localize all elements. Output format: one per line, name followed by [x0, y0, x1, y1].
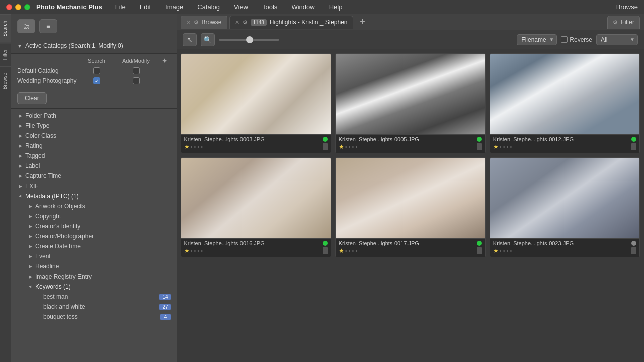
tree-item-8[interactable]: ▼Metadata (IPTC) (1) — [11, 191, 177, 201]
photo-cell-1[interactable]: Kristen_Stephe...ights-0003.JPG★ • • • • — [181, 53, 331, 153]
tree-item-16[interactable]: ▶Image Registry Entry — [11, 272, 177, 282]
tab-close-highlights[interactable]: ✕ — [235, 19, 239, 26]
photo-flag-3[interactable] — [631, 143, 636, 150]
all-select[interactable]: All Tagged Untagged — [596, 34, 638, 45]
catalog-table: Search Add/Modify ✦ Default Catalog — [11, 54, 177, 88]
photo-flag-4[interactable] — [323, 247, 328, 254]
list-view-btn[interactable]: ≡ — [39, 19, 57, 33]
tab-gear-filter[interactable]: ⚙ — [613, 19, 618, 26]
tree-label-14: Event — [35, 253, 171, 260]
menu-window[interactable]: Window — [288, 2, 317, 12]
tree-item-17[interactable]: ▼Keywords (1) — [11, 282, 177, 292]
photo-star-6[interactable]: ★ — [493, 247, 499, 254]
tab-highlights[interactable]: ✕ ⚙ 1148 Highlights - Kristin _ Stephen — [229, 16, 353, 29]
photo-flag-5[interactable] — [477, 247, 482, 254]
photo-star-5[interactable]: ★ — [339, 247, 344, 254]
sidebar-inner: 🗂 ≡ ▼ Active Catalogs (Search:1, Modify:… — [11, 14, 177, 362]
reverse-checkbox[interactable] — [561, 36, 568, 43]
tree-item-19[interactable]: black and white27 — [11, 302, 177, 312]
photo-star-1[interactable]: ★ — [184, 143, 190, 150]
vside-tab-search[interactable]: Search — [0, 14, 11, 43]
clear-button[interactable]: Clear — [17, 92, 47, 104]
photo-star-4[interactable]: ★ — [184, 247, 190, 254]
catalog-row-default: Default Catalog — [11, 66, 177, 76]
tree-item-7[interactable]: ▶EXIF — [11, 181, 177, 191]
tree-item-4[interactable]: ▶Tagged — [11, 151, 177, 161]
cursor-tool-btn[interactable]: ↖ — [183, 33, 197, 46]
tab-browse[interactable]: ✕ ⚙ Browse — [181, 16, 227, 29]
photo-cell-5[interactable]: Kristen_Stephe...ights-0017.JPG★ • • • • — [335, 157, 486, 257]
tree-item-10[interactable]: ▶Copyright — [11, 211, 177, 221]
photo-cell-2[interactable]: Kristen_Stephe...ights-0005.JPG★ • • • • — [335, 53, 486, 153]
window-title: Browse — [616, 3, 638, 11]
tree-arrow-0: ▶ — [17, 113, 23, 118]
menu-tools[interactable]: Tools — [259, 2, 280, 12]
tree-item-12[interactable]: ▶Creator/Photographer — [11, 231, 177, 241]
tree-item-6[interactable]: ▶Capture Time — [11, 171, 177, 181]
menu-edit[interactable]: Edit — [137, 2, 154, 12]
photo-cell-3[interactable]: Kristen_Stephe...ights-0012.JPG★ • • • • — [490, 53, 640, 153]
tab-filter[interactable]: ⚙ Filter — [607, 16, 640, 29]
photo-dots-2: • • • • — [345, 144, 358, 150]
photo-cell-6[interactable]: Kristen_Stephe...ights-0023.JPG★ • • • • — [490, 157, 640, 257]
photo-flag-2[interactable] — [477, 143, 482, 150]
tree-label-2: Color Class — [25, 132, 171, 139]
title-bar: Photo Mechanic Plus File Edit Image Cata… — [0, 0, 644, 14]
tab-gear-highlights[interactable]: ⚙ — [243, 19, 248, 26]
tree-item-1[interactable]: ▶File Type — [11, 121, 177, 131]
zoom-slider[interactable] — [219, 39, 279, 41]
tab-add-button[interactable]: + — [357, 17, 368, 28]
toolbar: ↖ 🔍 Filename Date Rating Size ▼ — [177, 30, 644, 49]
sort-select[interactable]: Filename Date Rating Size — [517, 34, 557, 45]
photo-star-3[interactable]: ★ — [493, 143, 499, 150]
tree-arrow-15: ▶ — [27, 264, 33, 269]
photo-cell-4[interactable]: Kristen_Stephe...ights-0016.JPG★ • • • • — [181, 157, 331, 257]
vside-tab-browse[interactable]: Browse — [0, 66, 11, 96]
minimize-button[interactable] — [15, 4, 21, 10]
maximize-button[interactable] — [24, 4, 30, 10]
catalogs-title: Active Catalogs (Search:1, Modify:0) — [25, 42, 123, 49]
tree-item-20[interactable]: bouquet toss4 — [11, 312, 177, 322]
tree-item-13[interactable]: ▶Create DateTime — [11, 241, 177, 251]
photo-flag-1[interactable] — [323, 143, 328, 150]
tree-item-18[interactable]: best man14 — [11, 292, 177, 302]
menu-bar: File Edit Image Catalog View Tools Windo… — [112, 2, 616, 12]
tree-item-3[interactable]: ▶Rating — [11, 141, 177, 151]
search-tool-btn[interactable]: 🔍 — [201, 33, 215, 46]
tab-gear-browse[interactable]: ⚙ — [194, 19, 199, 26]
catalogs-triangle[interactable]: ▼ — [17, 43, 22, 49]
tree-item-9[interactable]: ▶Artwork or Objects — [11, 201, 177, 211]
photo-star-2[interactable]: ★ — [339, 143, 344, 150]
vside-tab-filter[interactable]: Filter — [0, 43, 11, 66]
tree-arrow-8: ▼ — [18, 193, 23, 199]
catalog-modify-wedding[interactable] — [133, 77, 140, 84]
photo-rating-row-4: ★ • • • • — [184, 246, 328, 255]
photo-flag-6[interactable] — [631, 247, 636, 254]
traffic-lights — [6, 4, 30, 10]
star-btn[interactable]: ✦ — [162, 57, 168, 65]
tree-item-15[interactable]: ▶Headline — [11, 261, 177, 272]
tree-arrow-1: ▶ — [17, 123, 23, 128]
tab-bar: ✕ ⚙ Browse ✕ ⚙ 1148 Highlights - Kristin… — [177, 14, 644, 30]
close-button[interactable] — [6, 4, 12, 10]
catalog-icon: 🗂 — [23, 22, 30, 30]
catalog-search-default[interactable] — [93, 67, 100, 74]
tree-item-2[interactable]: ▶Color Class — [11, 131, 177, 141]
menu-help[interactable]: Help — [326, 2, 346, 12]
tree-item-14[interactable]: ▶Event — [11, 251, 177, 261]
zoom-track[interactable] — [219, 39, 279, 41]
tree-item-11[interactable]: ▶Creator's Identity — [11, 221, 177, 231]
menu-file[interactable]: File — [112, 2, 129, 12]
catalog-modify-default[interactable] — [133, 67, 140, 74]
tree-label-9: Artwork or Objects — [35, 203, 171, 210]
menu-image[interactable]: Image — [162, 2, 186, 12]
menu-catalog[interactable]: Catalog — [194, 2, 223, 12]
catalog-search-wedding[interactable] — [93, 77, 100, 84]
tree-item-0[interactable]: ▶Folder Path — [11, 111, 177, 121]
catalog-view-btn[interactable]: 🗂 — [17, 19, 35, 33]
zoom-thumb[interactable] — [246, 36, 253, 43]
menu-view[interactable]: View — [231, 2, 251, 12]
tab-close-browse[interactable]: ✕ — [186, 19, 191, 26]
tree-item-5[interactable]: ▶Label — [11, 161, 177, 171]
photo-name-5: Kristen_Stephe...ights-0017.JPG — [339, 240, 475, 246]
